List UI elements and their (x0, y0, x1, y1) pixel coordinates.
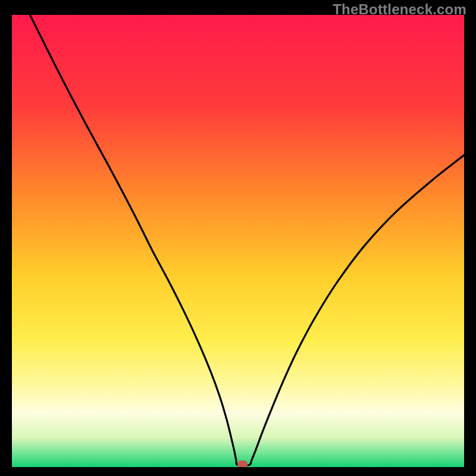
chart-background (12, 15, 464, 467)
chart-plot (12, 15, 464, 467)
chart-svg (12, 15, 464, 467)
optimal-marker (237, 461, 248, 467)
chart-frame: TheBottleneck.com (0, 0, 476, 476)
